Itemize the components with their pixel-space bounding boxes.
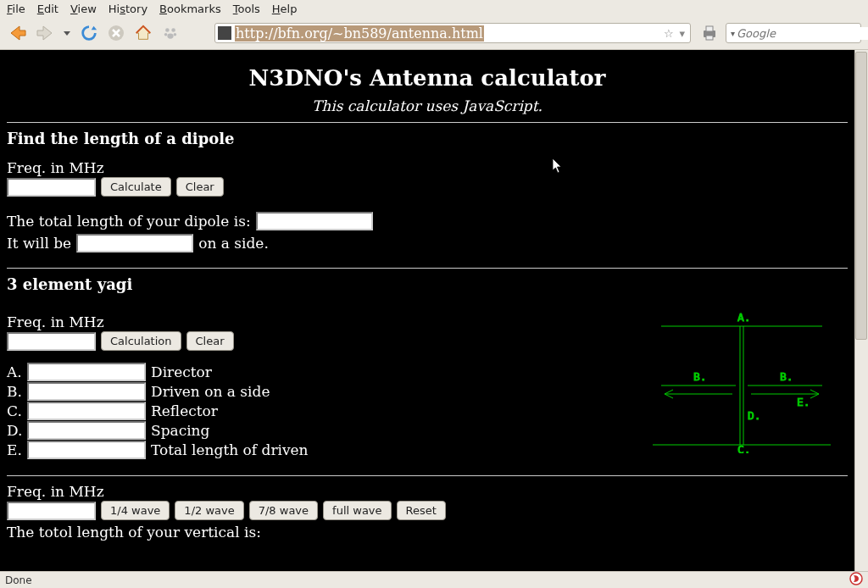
back-button[interactable] [7, 22, 29, 44]
content-viewport: N3DNO's Antenna calculator This calculat… [0, 50, 868, 581]
yagi-e-label: Total length of driven [151, 441, 309, 458]
dipole-freq-input[interactable] [7, 178, 96, 197]
svg-text:A.: A. [737, 311, 751, 324]
site-favicon [218, 26, 231, 40]
url-text[interactable]: http://bfn.org/~bn589/antenna.html [235, 25, 484, 42]
dipole-heading: Find the length of a dipole [7, 130, 848, 147]
toolbar: http://bfn.org/~bn589/antenna.html ☆ ▾ G… [0, 18, 868, 50]
nav-dropdown[interactable] [61, 22, 73, 44]
svg-text:C.: C. [737, 443, 751, 453]
svg-rect-8 [706, 36, 713, 40]
menu-history[interactable]: History [108, 3, 147, 15]
yagi-b-label: Driven on a side [151, 383, 270, 400]
page-body: N3DNO's Antenna calculator This calculat… [0, 50, 854, 581]
yagi-d-input[interactable] [27, 421, 146, 440]
dipole-side-prefix: It will be [7, 235, 71, 252]
divider [7, 268, 848, 269]
svg-text:E.: E. [797, 396, 810, 408]
page-subtitle: This calculator uses JavaScript. [7, 97, 848, 114]
svg-text:B.: B. [693, 370, 707, 383]
search-input[interactable] [737, 27, 868, 40]
yagi-a-letter: A. [7, 363, 22, 380]
status-text: Done [5, 574, 32, 586]
vertical-result-label: The totol length of your vertical is: [7, 524, 848, 541]
reload-button[interactable] [78, 22, 100, 44]
svg-point-4 [174, 33, 177, 36]
dipole-side-output[interactable] [76, 234, 193, 252]
yagi-heading: 3 element yagi [7, 275, 848, 293]
page-title: N3DNO's Antenna calculator [7, 65, 848, 91]
dipole-total-label: The total length of your dipole is: [7, 213, 251, 230]
bookmark-star-icon[interactable]: ☆ [661, 27, 676, 40]
status-right-icon[interactable] [849, 572, 863, 588]
yagi-d-label: Spacing [151, 422, 209, 439]
menu-help[interactable]: Help [272, 3, 298, 15]
yagi-a-input[interactable] [27, 363, 146, 381]
quarter-wave-button[interactable]: 1/4 wave [101, 501, 170, 520]
forward-button[interactable] [34, 22, 56, 44]
full-wave-button[interactable]: full wave [323, 501, 391, 520]
dipole-total-output[interactable] [256, 212, 373, 230]
search-dropdown-icon[interactable]: ▾ [729, 29, 737, 38]
menu-view[interactable]: View [70, 3, 97, 15]
menu-tools[interactable]: Tools [233, 3, 260, 15]
yagi-c-label: Reflector [151, 402, 218, 419]
yagi-e-letter: E. [7, 441, 22, 458]
divider [7, 475, 848, 476]
menubar: File Edit View History Bookmarks Tools H… [0, 0, 868, 18]
svg-line-19 [665, 390, 673, 394]
dipole-calculate-button[interactable]: Calculate [101, 177, 171, 197]
svg-text:D.: D. [748, 409, 761, 422]
svg-line-24 [810, 394, 819, 398]
search-box[interactable]: G ▾ [726, 23, 861, 43]
url-bar[interactable]: http://bfn.org/~bn589/antenna.html ☆ ▾ [214, 23, 691, 43]
yagi-c-input[interactable] [27, 402, 146, 420]
dipole-clear-button[interactable]: Clear [176, 177, 224, 197]
svg-point-1 [165, 28, 170, 32]
home-button[interactable] [132, 22, 154, 44]
yagi-a-label: Director [151, 363, 212, 380]
dipole-freq-label: Freq. in MHz [7, 159, 848, 176]
menu-file[interactable]: File [7, 3, 25, 15]
paw-icon[interactable] [159, 22, 181, 44]
dipole-side-suffix: on a side. [198, 235, 269, 252]
yagi-b-input[interactable] [27, 382, 146, 401]
svg-line-20 [665, 394, 673, 398]
print-button[interactable] [698, 22, 721, 44]
svg-line-23 [810, 390, 819, 394]
stop-button[interactable] [105, 22, 127, 44]
scrollbar-track[interactable] [854, 50, 868, 581]
vertical-reset-button[interactable]: Reset [397, 501, 446, 520]
svg-text:B.: B. [780, 370, 793, 383]
url-dropdown-icon[interactable]: ▾ [676, 27, 687, 40]
svg-point-5 [167, 33, 173, 38]
yagi-b-letter: B. [7, 383, 22, 400]
statusbar: Done [0, 571, 868, 588]
yagi-e-input[interactable] [27, 441, 146, 459]
yagi-d-letter: D. [7, 422, 22, 439]
svg-rect-7 [706, 26, 713, 31]
menu-bookmarks[interactable]: Bookmarks [159, 3, 221, 15]
vertical-freq-label: Freq. in MHz [7, 483, 848, 500]
half-wave-button[interactable]: 1/2 wave [175, 501, 243, 520]
yagi-diagram: A. B. B. E. C. D. [644, 309, 839, 453]
svg-point-2 [171, 28, 175, 32]
scrollbar-thumb[interactable] [855, 52, 867, 340]
vertical-freq-input[interactable] [7, 502, 96, 520]
menu-edit[interactable]: Edit [37, 3, 58, 15]
yagi-c-letter: C. [7, 402, 22, 419]
divider [7, 122, 848, 123]
svg-point-3 [164, 33, 168, 36]
yagi-calculate-button[interactable]: Calculation [101, 331, 181, 351]
seven-eighth-wave-button[interactable]: 7/8 wave [249, 501, 318, 520]
yagi-clear-button[interactable]: Clear [186, 331, 234, 351]
yagi-freq-input[interactable] [7, 332, 96, 351]
